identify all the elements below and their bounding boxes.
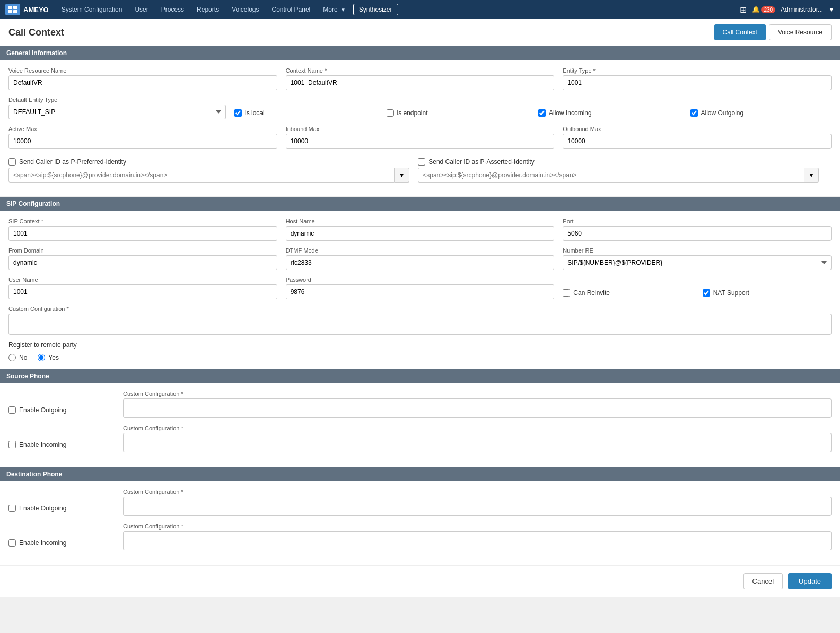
is-local-label: is local <box>245 109 265 117</box>
register-no-label: No <box>19 354 27 361</box>
source-outgoing-config-textarea[interactable] <box>123 398 832 418</box>
allow-incoming-checkbox[interactable] <box>538 109 546 117</box>
dest-enable-incoming-checkbox[interactable] <box>8 539 16 547</box>
more-arrow-icon: ▼ <box>340 7 346 13</box>
voice-resource-name-label: Voice Resource Name <box>8 67 277 74</box>
nav-reports[interactable]: Reports <box>191 4 224 15</box>
inbound-max-input[interactable] <box>286 134 555 149</box>
entity-type-label: Entity Type * <box>563 67 832 74</box>
nav-synthesizer[interactable]: Synthesizer <box>353 4 398 15</box>
send-caller-preferred-label: Send Caller ID as P-Preferred-Identity <box>19 158 126 166</box>
source-outgoing-config-label: Custom Configuration * <box>123 391 832 397</box>
register-section: Register to remote party No Yes <box>8 341 832 361</box>
outbound-max-input[interactable] <box>563 134 832 149</box>
from-domain-label: From Domain <box>8 247 277 254</box>
active-max-input[interactable] <box>8 134 277 149</box>
form-row-1: Voice Resource Name Context Name * Entit… <box>8 67 832 90</box>
dest-incoming-check-col: Enable Incoming <box>8 523 115 547</box>
source-incoming-check-col: Enable Incoming <box>8 425 115 448</box>
dtmf-mode-input[interactable] <box>286 255 555 270</box>
page-header: Call Context Call Context Voice Resource <box>0 19 840 46</box>
dest-incoming-row: Enable Incoming Custom Configuration * <box>8 523 832 550</box>
caller-asserted-dropdown[interactable]: ▼ <box>804 168 819 183</box>
dtmf-mode-label: DTMF Mode <box>286 247 555 254</box>
notification-badge: 230 <box>761 6 775 13</box>
nav-user[interactable]: User <box>129 4 153 15</box>
user-name-input[interactable] <box>8 284 277 299</box>
outbound-max-group: Outbound Max <box>563 126 832 149</box>
source-incoming-config-textarea[interactable] <box>123 433 832 452</box>
allow-outgoing-label: Allow Outgoing <box>701 109 744 117</box>
is-local-checkbox[interactable] <box>234 109 242 117</box>
nav-process[interactable]: Process <box>156 4 189 15</box>
grid-icon[interactable]: ⊞ <box>740 5 747 15</box>
nav-more[interactable]: More ▼ <box>318 4 351 15</box>
source-incoming-row: Enable Incoming Custom Configuration * <box>8 425 832 452</box>
caller-asserted-input[interactable] <box>418 168 804 183</box>
default-entity-type-select[interactable]: DEFAULT_SIP <box>8 105 226 119</box>
inbound-max-label: Inbound Max <box>286 126 555 132</box>
nav-voicelogs[interactable]: Voicelogs <box>226 4 264 15</box>
cancel-button[interactable]: Cancel <box>743 573 783 589</box>
dest-outgoing-config-textarea[interactable] <box>123 497 832 516</box>
port-input[interactable] <box>563 226 832 241</box>
general-info-header: General Information <box>0 46 840 60</box>
source-phone-section: Enable Outgoing Custom Configuration * E… <box>0 383 840 467</box>
source-enable-incoming-label: Enable Incoming <box>19 441 66 448</box>
allow-outgoing-checkbox[interactable] <box>690 109 698 117</box>
navbar: AMEYO System Configuration User Process … <box>0 0 840 19</box>
dest-outgoing-check-col: Enable Outgoing <box>8 489 115 512</box>
context-name-group: Context Name * <box>286 67 555 90</box>
send-caller-asserted-label: Send Caller ID as P-Asserted-Identity <box>428 158 534 166</box>
caller-preferred-input[interactable] <box>8 168 395 183</box>
password-group: Password <box>286 276 555 299</box>
dest-incoming-config-textarea[interactable] <box>123 531 832 550</box>
dtmf-mode-group: DTMF Mode <box>286 247 555 270</box>
context-name-input[interactable] <box>286 75 555 90</box>
notification-bell[interactable]: 🔔230 <box>752 6 775 13</box>
send-caller-asserted-check-group: Send Caller ID as P-Asserted-Identity <box>418 155 819 166</box>
password-input[interactable] <box>286 284 555 299</box>
password-label: Password <box>286 276 555 283</box>
sip-context-input[interactable] <box>8 226 277 241</box>
dest-enable-outgoing-group: Enable Outgoing <box>8 501 115 512</box>
source-incoming-config-col: Custom Configuration * <box>123 425 832 452</box>
voice-resource-name-input[interactable] <box>8 75 277 90</box>
voice-resource-button[interactable]: Voice Resource <box>769 24 832 40</box>
send-caller-asserted-checkbox[interactable] <box>418 158 425 166</box>
dest-enable-outgoing-checkbox[interactable] <box>8 505 16 512</box>
number-re-select[interactable]: SIP/${NUMBER}@${PROVIDER} <box>563 255 832 270</box>
is-local-group: is local <box>234 106 376 117</box>
source-outgoing-config-col: Custom Configuration * <box>123 391 832 418</box>
source-enable-outgoing-checkbox[interactable] <box>8 406 16 414</box>
nat-support-label: NAT Support <box>713 289 749 297</box>
register-no-group: No <box>8 354 27 361</box>
nav-control-panel[interactable]: Control Panel <box>267 4 316 15</box>
host-name-input[interactable] <box>286 226 555 241</box>
nat-support-group: NAT Support <box>703 286 832 297</box>
nav-system-config[interactable]: System Configuration <box>56 4 128 15</box>
source-enable-incoming-checkbox[interactable] <box>8 441 16 448</box>
is-endpoint-checkbox[interactable] <box>387 109 394 117</box>
send-caller-preferred-checkbox[interactable] <box>8 158 16 166</box>
sip-context-group: SIP Context * <box>8 218 277 241</box>
number-re-label: Number RE <box>563 247 832 254</box>
nat-support-checkbox[interactable] <box>703 289 710 297</box>
dest-incoming-config-col: Custom Configuration * <box>123 523 832 550</box>
port-group: Port <box>563 218 832 241</box>
admin-dropdown-icon[interactable]: ▼ <box>828 6 835 13</box>
update-button[interactable]: Update <box>788 573 832 589</box>
can-reinvite-checkbox[interactable] <box>563 289 570 297</box>
entity-type-group: Entity Type * <box>563 67 832 90</box>
sip-config-section: SIP Context * Host Name Port From Domain… <box>0 211 840 369</box>
entity-type-input[interactable] <box>563 75 832 90</box>
dest-enable-incoming-group: Enable Incoming <box>8 536 115 547</box>
register-yes-radio[interactable] <box>38 354 45 361</box>
caller-preferred-dropdown[interactable]: ▼ <box>395 168 409 183</box>
call-context-button[interactable]: Call Context <box>714 24 766 40</box>
from-domain-input[interactable] <box>8 255 277 270</box>
custom-config-textarea[interactable] <box>8 314 832 335</box>
register-no-radio[interactable] <box>8 354 16 361</box>
svg-rect-3 <box>13 10 18 13</box>
caller-id-asserted-group: Send Caller ID as P-Asserted-Identity ▼ <box>418 155 819 183</box>
